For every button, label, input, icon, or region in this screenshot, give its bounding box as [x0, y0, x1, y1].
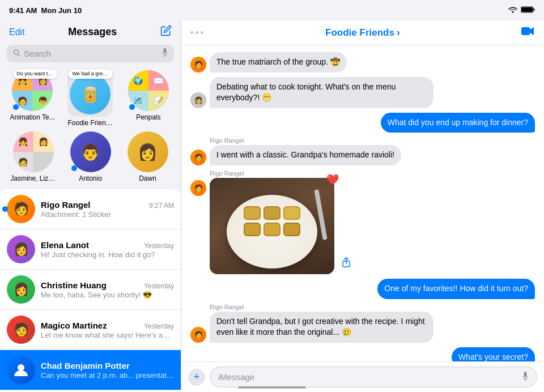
magico-preview: Let me know what she says! Here's anothe…: [41, 331, 174, 339]
elena-name: Elena Lanot: [41, 240, 89, 250]
christine-time: Yesterday: [144, 282, 174, 290]
ravioli-pieces: [227, 195, 317, 248]
conv-elena[interactable]: 👩 Elena Lanot Yesterday Hi! Just checkin…: [0, 229, 181, 270]
conv-magico[interactable]: 🧑 Magico Martinez Yesterday Let me know …: [0, 310, 181, 350]
svg-rect-2: [534, 8, 535, 11]
svg-rect-5: [164, 48, 167, 53]
pinned-jasmine-liz-rigo[interactable]: 👧 👩 🧑 Jasmine, Liz & Rigo: [8, 131, 59, 182]
dot-2: [196, 31, 198, 34]
svg-rect-1: [521, 7, 533, 12]
elena-avatar: 👩: [7, 235, 35, 263]
msg-row-8: What's your secret?: [190, 347, 535, 361]
jasmine-label: Jasmine, Liz & Rigo: [11, 174, 56, 182]
msg-row-1: 🧑 The true matriarch of the group. 🤠: [190, 52, 535, 73]
pinned-antonio[interactable]: 👨 Antonio: [65, 131, 116, 182]
search-input[interactable]: Search: [24, 49, 158, 58]
msg-image-container: ❤️: [210, 178, 334, 274]
conv-christine[interactable]: 👩 Christine Huang Yesterday Me too, haha…: [0, 270, 181, 310]
chat-header: Foodie Friends ›: [181, 20, 544, 45]
sender-name-4: Rigo Rangel: [210, 137, 535, 144]
msg-section-8: What's your secret? Read: [190, 347, 535, 361]
elena-time: Yesterday: [144, 242, 174, 250]
msg-bubble-6: One of my favorites!! How did it turn ou…: [377, 279, 535, 299]
add-button[interactable]: +: [188, 369, 205, 386]
penpals-unread-dot: [129, 104, 135, 110]
pinned-dawn[interactable]: 👩 Dawn: [122, 131, 173, 182]
msg-bubble-8: What's your secret?: [452, 347, 535, 361]
magico-time: Yesterday: [144, 322, 174, 330]
msg-section-7: Rigo Rangel 🧑 Don't tell Grandpa, but I …: [190, 304, 535, 343]
compose-button[interactable]: [160, 25, 172, 39]
dot-3: [201, 31, 203, 34]
header-dots: [190, 31, 236, 34]
dot-1: [190, 31, 193, 34]
pinned-section: 👧 👩 🧑 👦 Do you want to review all the re…: [0, 66, 181, 187]
elena-preview: Hi! Just checking in. How did it go?: [41, 250, 174, 259]
foodie-friends-avatar: 🥫: [70, 74, 110, 114]
input-mic-icon[interactable]: [522, 372, 529, 382]
pinned-bottom-row: 👧 👩 🧑 Jasmine, Liz & Rigo 👨 Antonio: [0, 129, 181, 185]
conv-rigo[interactable]: 🧑 Rigo Rangel 9:27 AM Attachment: 1 Stic…: [0, 189, 181, 229]
heart-reaction: ❤️: [326, 173, 339, 186]
conv-chad[interactable]: Chad Benjamin Potter Can you meet at 2 p…: [0, 350, 181, 390]
rigo-name: Rigo Rangel: [41, 200, 91, 210]
animation-preview-bubble: Do you want to review all the rend...: [13, 69, 57, 79]
msg-row-7: 🧑 Don't tell Grandpa, but I got creative…: [190, 312, 535, 343]
christine-body: Christine Huang Yesterday Me too, haha. …: [41, 280, 174, 299]
rigo-unread-dot: [2, 206, 8, 212]
sender-name-7: Rigo Rangel: [210, 304, 535, 310]
battery-icon: [521, 6, 535, 15]
msg-row-2: 👩 Debating what to cook tonight. What's …: [190, 77, 535, 108]
search-icon: [12, 49, 20, 58]
foodie-preview-bubble: We had a great time. Home with...: [69, 69, 113, 79]
dawn-avatar: 👩: [128, 131, 168, 172]
message-input[interactable]: iMessage: [210, 367, 537, 387]
chat-chevron: ›: [397, 27, 400, 39]
chad-name: Chad Benjamin Potter: [41, 361, 130, 370]
christine-preview: Me too, haha. See you shortly! 😎: [41, 291, 174, 299]
antonio-unread-dot: [71, 165, 77, 171]
chad-avatar: [7, 356, 35, 384]
input-placeholder: iMessage: [218, 372, 254, 382]
svg-rect-9: [521, 27, 530, 35]
msg-row-3: What did you end up making for dinner?: [190, 113, 535, 133]
msg-bubble-1: The true matriarch of the group. 🤠: [210, 52, 347, 73]
status-bar: 9:41 AM Mon Jun 10: [0, 0, 544, 20]
msg-section-5: Rigo Rangel 🧑: [190, 170, 535, 274]
rigo-time: 9:27 AM: [149, 202, 174, 210]
svg-rect-11: [524, 372, 527, 377]
search-bar[interactable]: Search: [7, 45, 174, 62]
chat-header-actions: [490, 26, 535, 39]
msg-bubble-4: I went with a classic. Grandpa's homemad…: [210, 145, 401, 165]
msg-bubble-7: Don't tell Grandpa, but I got creative w…: [210, 312, 434, 343]
msg-bubble-2: Debating what to cook tonight. What's on…: [210, 77, 434, 108]
status-indicators: [508, 6, 535, 15]
rigo-preview: Attachment: 1 Sticker: [41, 210, 174, 219]
msg-avatar-2: 👩: [190, 92, 206, 108]
edit-button[interactable]: Edit: [9, 27, 25, 37]
chat-panel: Foodie Friends › 🧑 The true matriarch of…: [181, 20, 544, 392]
status-time: 9:41 AM Mon Jun 10: [9, 6, 82, 15]
wifi-icon: [508, 6, 517, 15]
msg-avatar-1: 🧑: [190, 57, 206, 73]
msg-avatar-4: 🧑: [190, 150, 206, 165]
svg-line-4: [18, 54, 20, 56]
share-button[interactable]: [342, 257, 350, 270]
animation-unread-dot: [13, 104, 19, 110]
msg-row-5: 🧑: [190, 178, 535, 274]
svg-point-8: [18, 364, 24, 371]
pinned-animation-team[interactable]: 👧 👩 🧑 👦 Do you want to review all the re…: [7, 70, 58, 127]
animation-label: Animation Te...: [10, 113, 55, 121]
pinned-penpals[interactable]: 🌍 ✉️ 🗺️ 📝 Penpals: [123, 70, 174, 127]
chat-title-container[interactable]: Foodie Friends ›: [325, 27, 400, 39]
rigo-avatar: 🧑: [7, 195, 35, 223]
video-call-icon[interactable]: [521, 26, 535, 39]
home-indicator: [238, 386, 306, 389]
chad-preview: Can you meet at 2 p.m. ab... presentatio…: [41, 371, 174, 380]
msg-row-6: One of my favorites!! How did it turn ou…: [190, 279, 535, 299]
sidebar-title: Messages: [68, 26, 117, 38]
pinned-foodie-friends[interactable]: 🥫 We had a great time. Home with... Food…: [65, 70, 116, 127]
msg-avatar-5: 🧑: [190, 180, 206, 196]
jasmine-liz-rigo-avatar: 👧 👩 🧑: [13, 131, 54, 172]
elena-body: Elena Lanot Yesterday Hi! Just checking …: [41, 240, 174, 259]
